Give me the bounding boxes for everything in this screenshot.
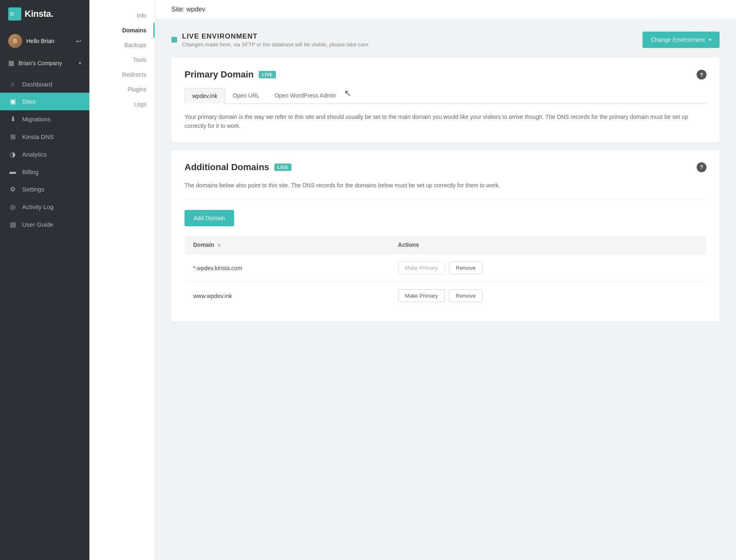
sub-nav-item-redirects[interactable]: Redirects	[89, 67, 155, 82]
sidebar-item-label: Activity Log	[22, 203, 54, 210]
domain-sort-icon[interactable]: ⇅	[217, 243, 221, 248]
cursor-indicator: ↖	[344, 88, 351, 103]
sidebar-user-section: B Hello Brian ↩	[0, 28, 89, 54]
sub-nav-item-logs[interactable]: Logs	[89, 97, 155, 112]
site-label: Site:	[171, 6, 185, 13]
sidebar-item-billing[interactable]: ▬ Billing	[0, 163, 89, 180]
dashboard-icon: ⌂	[8, 80, 17, 88]
sub-nav-item-plugins[interactable]: Plugins	[89, 82, 155, 97]
additional-domains-live-badge: LIVE	[274, 164, 292, 171]
actions-col-header: Actions	[390, 236, 706, 254]
env-info: LIVE ENVIRONMENT Changes made here, via …	[171, 32, 370, 48]
env-title: LIVE ENVIRONMENT	[182, 32, 370, 41]
make-primary-button[interactable]: Make Primary	[398, 289, 445, 302]
actions-group: Make Primary Remove	[398, 289, 698, 302]
domain-cell: www.wpdev.ink	[185, 282, 390, 310]
environment-banner: LIVE ENVIRONMENT Changes made here, via …	[171, 32, 720, 48]
primary-domain-card: Primary Domain LIVE ? wpdev.ink Open URL…	[171, 58, 720, 142]
sidebar-logo: ≡ Kinsta.	[0, 0, 89, 28]
additional-domains-help-icon[interactable]: ?	[697, 162, 706, 172]
sidebar-company[interactable]: ▦ Brian's Company ▾	[0, 54, 89, 72]
company-name: Brian's Company	[18, 60, 79, 66]
billing-icon: ▬	[8, 168, 17, 175]
actions-group: Make Primary Remove	[398, 262, 698, 274]
company-chevron-icon: ▾	[79, 60, 81, 66]
table-row: *.wpdev.kinsta.com Make Primary Remove	[185, 254, 706, 282]
domain-tab-bar: wpdev.ink Open URL Open WordPress Admin …	[185, 88, 706, 104]
sub-nav-item-info[interactable]: Info	[89, 8, 155, 23]
domains-table: Domain ⇅ Actions *.wpdev.kinsta.com Make…	[185, 235, 706, 310]
sidebar-item-dashboard[interactable]: ⌂ Dashboard	[0, 75, 89, 93]
sidebar-item-label: Kinsta DNS	[22, 133, 54, 140]
sidebar-item-sites[interactable]: ▣ Sites	[0, 93, 89, 110]
sub-nav: Info Domains Backups Tools Redirects Plu…	[89, 0, 155, 560]
primary-domain-live-badge: LIVE	[259, 71, 276, 78]
sidebar-item-label: Analytics	[22, 151, 47, 158]
additional-domains-header: Additional Domains LIVE ?	[185, 162, 706, 173]
site-name: wpdev	[186, 6, 205, 13]
domain-cell: *.wpdev.kinsta.com	[185, 254, 390, 282]
sidebar-item-label: Settings	[22, 186, 44, 193]
env-text: LIVE ENVIRONMENT Changes made here, via …	[182, 32, 370, 48]
env-subtitle: Changes made here, via SFTP or the datab…	[182, 41, 370, 48]
sidebar-nav: ⌂ Dashboard ▣ Sites ⬇ Migrations ⊞ Kinst…	[0, 72, 89, 560]
settings-icon: ⚙	[8, 185, 17, 193]
user-guide-icon: ▤	[8, 221, 17, 228]
page-header: Site: wpdev	[155, 0, 736, 19]
sidebar-item-activity-log[interactable]: ◎ Activity Log	[0, 198, 89, 216]
main-content-area: Site: wpdev LIVE ENVIRONMENT Changes mad…	[155, 0, 736, 560]
migrations-icon: ⬇	[8, 115, 17, 123]
sidebar-item-label: Billing	[22, 168, 39, 175]
sidebar-item-label: Dashboard	[22, 81, 52, 88]
remove-button[interactable]: Remove	[449, 289, 483, 302]
change-environment-button[interactable]: Change Environment ▾	[643, 32, 720, 48]
domain-tab-open-url[interactable]: Open URL	[225, 88, 267, 104]
change-environment-label: Change Environment	[651, 36, 705, 43]
main-body: LIVE ENVIRONMENT Changes made here, via …	[155, 19, 736, 342]
primary-domain-header: Primary Domain LIVE ?	[185, 69, 706, 80]
actions-cell: Make Primary Remove	[390, 254, 706, 282]
actions-cell: Make Primary Remove	[390, 282, 706, 310]
primary-domain-title-row: Primary Domain LIVE	[185, 69, 276, 80]
sidebar-username: Hello Brian	[26, 38, 76, 44]
primary-domain-description: Your primary domain is the way we refer …	[185, 112, 706, 131]
domain-tab-active[interactable]: wpdev.ink	[185, 88, 225, 104]
additional-domains-title-row: Additional Domains LIVE	[185, 162, 292, 173]
sub-nav-item-domains[interactable]: Domains	[89, 23, 155, 38]
sidebar-item-kinsta-dns[interactable]: ⊞ Kinsta DNS	[0, 128, 89, 146]
logout-icon[interactable]: ↩	[76, 37, 81, 45]
avatar: B	[8, 34, 22, 48]
sites-icon: ▣	[8, 98, 17, 105]
section-divider	[185, 200, 706, 200]
add-domain-button[interactable]: Add Domain	[185, 210, 234, 226]
sidebar-item-analytics[interactable]: ◑ Analytics	[0, 146, 89, 163]
sidebar-item-label: Migrations	[22, 116, 50, 123]
change-environment-chevron-icon: ▾	[709, 37, 711, 43]
sidebar-item-migrations[interactable]: ⬇ Migrations	[0, 110, 89, 128]
kinsta-logo-icon: ≡	[8, 7, 21, 20]
primary-domain-help-icon[interactable]: ?	[697, 70, 706, 80]
sidebar-item-user-guide[interactable]: ▤ User Guide	[0, 216, 89, 233]
sidebar: ≡ Kinsta. B Hello Brian ↩ ▦ Brian's Comp…	[0, 0, 89, 560]
analytics-icon: ◑	[8, 150, 17, 158]
sub-nav-item-tools[interactable]: Tools	[89, 52, 155, 67]
additional-domains-title: Additional Domains	[185, 162, 269, 173]
domain-col-header: Domain ⇅	[185, 236, 390, 254]
activity-log-icon: ◎	[8, 203, 17, 211]
table-row: www.wpdev.ink Make Primary Remove	[185, 282, 706, 310]
additional-domains-card: Additional Domains LIVE ? The domains be…	[171, 150, 720, 321]
remove-button[interactable]: Remove	[449, 262, 483, 274]
env-status-dot	[171, 37, 177, 43]
domain-tab-open-wp-admin[interactable]: Open WordPress Admin	[267, 88, 343, 104]
kinsta-dns-icon: ⊞	[8, 133, 17, 141]
sidebar-item-label: User Guide	[22, 221, 53, 228]
kinsta-logo-text: Kinsta.	[25, 9, 53, 19]
primary-domain-title: Primary Domain	[185, 69, 254, 80]
avatar-image: B	[8, 34, 22, 48]
sub-nav-item-backups[interactable]: Backups	[89, 38, 155, 52]
company-icon: ▦	[8, 59, 14, 67]
sidebar-item-settings[interactable]: ⚙ Settings	[0, 180, 89, 198]
sidebar-item-label: Sites	[22, 98, 36, 105]
additional-domains-description: The domains below also point to this sit…	[185, 181, 706, 190]
make-primary-button[interactable]: Make Primary	[398, 262, 445, 274]
